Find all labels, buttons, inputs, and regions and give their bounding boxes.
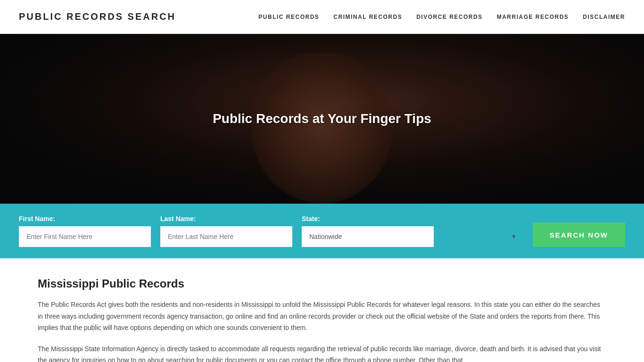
search-button[interactable]: SEARCH NOW bbox=[533, 222, 625, 247]
nav-link-public-records[interactable]: PUBLIC RECORDS bbox=[258, 14, 319, 20]
hero-section: Public Records at Your Finger Tips bbox=[0, 34, 644, 204]
nav-link-criminal-records[interactable]: CRIMINAL RECORDS bbox=[333, 14, 402, 20]
nav-link-marriage-records[interactable]: MARRIAGE RECORDS bbox=[497, 14, 569, 20]
main-nav: PUBLIC RECORDSCRIMINAL RECORDSDIVORCE RE… bbox=[258, 14, 625, 20]
main-content: Mississippi Public Records The Public Re… bbox=[19, 258, 625, 362]
state-select-wrapper: NationwideAlabamaAlaskaArizonaArkansasCa… bbox=[302, 226, 523, 247]
search-bar: First Name: Last Name: State: Nationwide… bbox=[0, 204, 644, 258]
site-logo: PUBLIC RECORDS SEARCH bbox=[19, 11, 176, 22]
hero-title: Public Records at Your Finger Tips bbox=[213, 111, 431, 126]
site-header: PUBLIC RECORDS SEARCH PUBLIC RECORDSCRIM… bbox=[0, 0, 644, 34]
lastname-input[interactable] bbox=[160, 226, 292, 247]
content-para2: The Mississippi State Information Agency… bbox=[38, 343, 606, 362]
firstname-field: First Name: bbox=[19, 215, 151, 247]
state-select[interactable]: NationwideAlabamaAlaskaArizonaArkansasCa… bbox=[302, 226, 434, 247]
state-field: State: NationwideAlabamaAlaskaArizonaArk… bbox=[302, 215, 523, 247]
hero-content: Public Records at Your Finger Tips bbox=[213, 111, 431, 126]
state-label: State: bbox=[302, 215, 523, 222]
lastname-field: Last Name: bbox=[160, 215, 292, 247]
firstname-label: First Name: bbox=[19, 215, 151, 222]
lastname-label: Last Name: bbox=[160, 215, 292, 222]
content-para1: The Public Records Act gives both the re… bbox=[38, 299, 606, 334]
nav-link-divorce-records[interactable]: DIVORCE RECORDS bbox=[416, 14, 483, 20]
content-heading: Mississippi Public Records bbox=[38, 277, 606, 290]
firstname-input[interactable] bbox=[19, 226, 151, 247]
nav-link-disclaimer[interactable]: DISCLAIMER bbox=[583, 14, 625, 20]
